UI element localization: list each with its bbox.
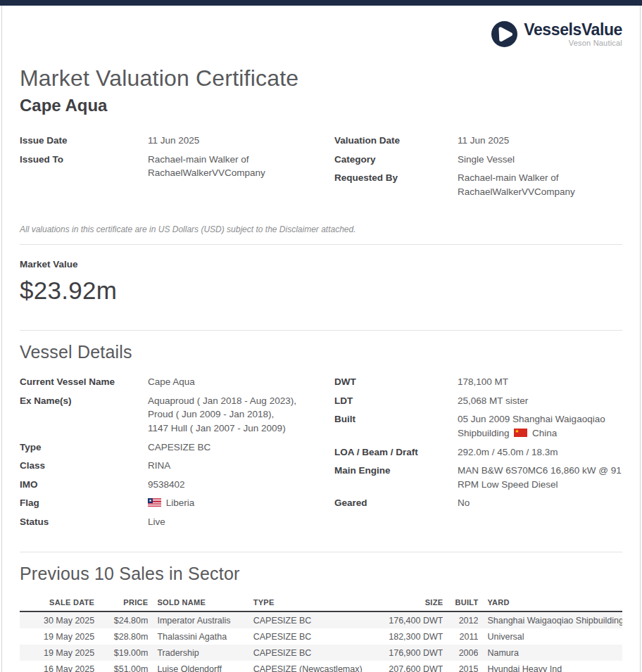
liberia-flag-icon bbox=[148, 498, 161, 507]
field-value: 11 Jun 2025 bbox=[148, 134, 334, 148]
field-label: IMO bbox=[20, 478, 148, 492]
field-label: Geared bbox=[334, 496, 458, 510]
sale-cell: CAPESIZE BC bbox=[244, 645, 366, 661]
sale-cell: 176,400 DWT bbox=[366, 611, 443, 628]
sale-cell: Shanghai Waigaoqiao Shipbuilding bbox=[478, 611, 622, 628]
certificate-sheet: VesselsValue Veson Nautical Market Valua… bbox=[1, 6, 641, 672]
field-label: Issue Date bbox=[20, 134, 148, 148]
logo-texts: VesselsValue Veson Nautical bbox=[524, 21, 622, 47]
field-value: 9538402 bbox=[148, 478, 334, 492]
field-value: Cape Aqua bbox=[148, 375, 334, 389]
divider bbox=[20, 330, 622, 331]
detail-row: Requested ByRachael-main Walker ofRachae… bbox=[334, 171, 622, 198]
detail-row: ClassRINA bbox=[20, 459, 334, 473]
divider bbox=[20, 552, 622, 552]
detail-row: Built05 Jun 2009 Shanghai WaigaoqiaoShip… bbox=[334, 412, 622, 440]
divider bbox=[20, 244, 622, 245]
top-navy-bar bbox=[0, 0, 642, 6]
field-label: LOA / Beam / Draft bbox=[334, 445, 458, 459]
sale-cell: 30 May 2025 bbox=[20, 611, 94, 628]
vessel-details-right-column: DWT178,100 MTLDT25,068 MT sisterBuilt05 … bbox=[334, 375, 622, 533]
vessel-details-left-column: Current Vessel NameCape AquaEx Name(s)Aq… bbox=[20, 375, 334, 533]
field-value: Aquaproud ( Jan 2018 - Aug 2023),Proud (… bbox=[148, 394, 334, 436]
sale-cell: $24.80m bbox=[94, 611, 148, 628]
page-title: Market Valuation Certificate bbox=[20, 65, 622, 91]
logo-row: VesselsValue Veson Nautical bbox=[20, 21, 622, 50]
sale-cell: 182,300 DWT bbox=[366, 628, 443, 645]
sale-cell: CAPESIZE (Newcastlemax) bbox=[244, 661, 366, 672]
field-value: Liberia bbox=[148, 496, 334, 510]
sale-cell: Luise Oldendorff bbox=[148, 661, 244, 672]
sales-table-header: SALE DATEPRICESOLD NAMETYPESIZEBUILTYARD bbox=[20, 595, 622, 611]
detail-row: Issued ToRachael-main Walker ofRachaelWa… bbox=[20, 153, 334, 180]
sale-row: 19 May 2025$19.00mTradershipCAPESIZE BC1… bbox=[20, 645, 622, 661]
field-label: Category bbox=[334, 153, 458, 167]
detail-row: TypeCAPESIZE BC bbox=[20, 440, 334, 455]
field-label: Type bbox=[20, 440, 148, 455]
market-value-amount: $23.92m bbox=[20, 277, 622, 305]
vesselsvalue-logo-icon bbox=[491, 21, 517, 50]
sale-cell: 207,600 DWT bbox=[366, 661, 443, 672]
field-label: Flag bbox=[20, 496, 148, 510]
sale-cell: $51.00m bbox=[94, 661, 148, 672]
detail-row: Ex Name(s)Aquaproud ( Jan 2018 - Aug 202… bbox=[20, 394, 334, 436]
certificate-meta: Issue Date11 Jun 2025Issued ToRachael-ma… bbox=[20, 134, 622, 203]
detail-row: LDT25,068 MT sister bbox=[334, 394, 622, 408]
field-value: 292.0m / 45.0m / 18.3m bbox=[458, 445, 622, 459]
field-label: Main Engine bbox=[334, 464, 458, 491]
field-value: 11 Jun 2025 bbox=[458, 134, 622, 148]
column-header: PRICE bbox=[94, 595, 148, 611]
previous-sales-table: SALE DATEPRICESOLD NAMETYPESIZEBUILTYARD… bbox=[20, 595, 622, 672]
column-header: SIZE bbox=[366, 595, 443, 611]
sale-cell: Thalassini Agatha bbox=[148, 628, 244, 645]
detail-row: Valuation Date11 Jun 2025 bbox=[334, 134, 622, 148]
previous-sales-heading: Previous 10 Sales in Sector bbox=[20, 564, 622, 584]
column-header: YARD bbox=[478, 595, 622, 611]
sale-row: 16 May 2025$51.00mLuise OldendorffCAPESI… bbox=[20, 661, 622, 672]
certificate-page: VesselsValue Veson Nautical Market Valua… bbox=[0, 0, 642, 672]
sale-cell: 2015 bbox=[443, 661, 478, 672]
market-value-label: Market Value bbox=[20, 259, 622, 270]
sale-cell: 2011 bbox=[443, 628, 478, 645]
sale-cell: 19 May 2025 bbox=[20, 628, 94, 645]
column-header: SALE DATE bbox=[20, 595, 94, 611]
field-value: Single Vessel bbox=[458, 153, 622, 167]
detail-row: DWT178,100 MT bbox=[334, 375, 622, 389]
sale-cell: 176,900 DWT bbox=[366, 645, 443, 661]
field-value: Rachael-main Walker ofRachaelWalkerVVCom… bbox=[458, 171, 622, 198]
detail-row: Current Vessel NameCape Aqua bbox=[20, 375, 334, 389]
sale-cell: Imperator Australis bbox=[148, 611, 244, 628]
vesselsvalue-logo: VesselsValue Veson Nautical bbox=[491, 21, 622, 50]
field-value: 05 Jun 2009 Shanghai WaigaoqiaoShipbuild… bbox=[458, 412, 622, 440]
meta-right-column: Valuation Date11 Jun 2025CategorySingle … bbox=[334, 134, 622, 203]
detail-row: Issue Date11 Jun 2025 bbox=[20, 134, 334, 148]
field-label: Class bbox=[20, 459, 148, 473]
field-value: 25,068 MT sister bbox=[458, 394, 622, 408]
field-label: Status bbox=[20, 515, 148, 529]
detail-row: GearedNo bbox=[334, 496, 622, 510]
sales-table-body: 30 May 2025$24.80mImperator AustralisCAP… bbox=[20, 611, 622, 672]
detail-row: Main EngineMAN B&W 6S70MC6 16,860 kW @ 9… bbox=[334, 464, 622, 491]
sale-cell: $28.80m bbox=[94, 628, 148, 645]
field-value: No bbox=[458, 496, 622, 510]
meta-left-column: Issue Date11 Jun 2025Issued ToRachael-ma… bbox=[20, 134, 334, 203]
vessel-details-grid: Current Vessel NameCape AquaEx Name(s)Aq… bbox=[20, 375, 622, 533]
vessel-details-heading: Vessel Details bbox=[20, 342, 622, 362]
sale-cell: $19.00m bbox=[94, 645, 148, 661]
sale-cell: CAPESIZE BC bbox=[244, 628, 366, 645]
sale-row: 19 May 2025$28.80mThalassini AgathaCAPES… bbox=[20, 628, 622, 645]
sale-cell: Namura bbox=[478, 645, 622, 661]
column-header: BUILT bbox=[443, 595, 478, 611]
field-value: CAPESIZE BC bbox=[148, 440, 334, 455]
field-label: Current Vessel Name bbox=[20, 375, 148, 389]
detail-row: CategorySingle Vessel bbox=[334, 153, 622, 167]
sale-cell: Hyundai Heavy Ind bbox=[478, 661, 622, 672]
detail-row: LOA / Beam / Draft292.0m / 45.0m / 18.3m bbox=[334, 445, 622, 459]
field-value: RINA bbox=[148, 459, 334, 473]
field-value: 178,100 MT bbox=[458, 375, 622, 389]
field-label: Valuation Date bbox=[334, 134, 458, 148]
sale-cell: CAPESIZE BC bbox=[244, 611, 366, 628]
logo-tagline-text: Veson Nautical bbox=[569, 39, 622, 47]
field-value: Live bbox=[148, 515, 334, 529]
detail-row: Flag Liberia bbox=[20, 496, 334, 510]
